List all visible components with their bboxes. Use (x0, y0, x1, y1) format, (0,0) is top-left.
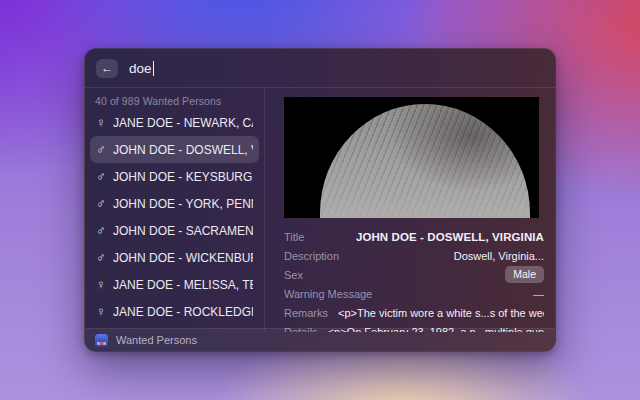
back-button[interactable]: ← (96, 59, 118, 78)
male-icon: ♂ (96, 169, 113, 184)
app-name-label: Wanted Persons (116, 334, 197, 346)
search-bar: ← doe (85, 49, 555, 88)
list-item-label: JOHN DOE - DOSWELL, VIRGINIA (113, 143, 253, 157)
list-item[interactable]: ♀ JANE DOE - MELISSA, TEXAS (90, 271, 259, 298)
male-icon: ♂ (96, 250, 113, 265)
field-label: Warning Message (284, 288, 372, 300)
list-item[interactable]: ♂ JOHN DOE - YORK, PENNSYLV... (90, 190, 259, 217)
field-value-description: Doswell, Virginia... (349, 250, 544, 262)
back-arrow-icon: ← (101, 62, 113, 74)
field-label: Remarks (284, 307, 328, 319)
female-icon: ♀ (96, 304, 113, 319)
list-item-label: JANE DOE - MELISSA, TEXAS (113, 278, 253, 292)
detail-panel: Title JOHN DOE - DOSWELL, VIRGINIA Descr… (265, 88, 555, 332)
list-item-selected[interactable]: ♂ JOHN DOE - DOSWELL, VIRGINIA (90, 136, 259, 163)
list-item-label: JOHN DOE - SACRAMENTO, CA... (113, 224, 253, 238)
male-icon: ♂ (96, 196, 113, 211)
main-area: 40 of 989 Wanted Persons ♀ JANE DOE - NE… (85, 88, 555, 332)
female-icon: ♀ (96, 277, 113, 292)
field-value-title: JOHN DOE - DOSWELL, VIRGINIA (314, 231, 544, 243)
list-item[interactable]: ♂ JOHN DOE - KEYSBURG, KENT... (90, 163, 259, 190)
field-value-remarks: <p>The victim wore a white s...s of the … (338, 307, 544, 319)
list-item[interactable]: ♀ JANE DOE - ROCKLEDGE, FLOR... (90, 298, 259, 325)
status-bar: Wanted Persons (85, 328, 555, 351)
search-input[interactable]: doe (129, 61, 154, 76)
badge-wrapper: Male (313, 266, 544, 283)
metadata-table: Title JOHN DOE - DOSWELL, VIRGINIA Descr… (284, 227, 544, 332)
list-item-label: JOHN DOE - WICKENBURG, ARI... (113, 251, 253, 265)
text-caret (153, 61, 155, 76)
metadata-row-title: Title JOHN DOE - DOSWELL, VIRGINIA (284, 227, 544, 246)
male-icon: ♂ (96, 223, 113, 238)
results-count-header: 40 of 989 Wanted Persons (90, 88, 259, 109)
metadata-row-warning-message: Warning Message — (284, 284, 544, 303)
launcher-window: ← doe 40 of 989 Wanted Persons ♀ JANE DO… (84, 48, 556, 352)
list-item-label: JOHN DOE - KEYSBURG, KENT... (113, 170, 253, 184)
sex-badge: Male (505, 266, 544, 283)
photo-head-shape (320, 104, 530, 218)
list-item[interactable]: ♂ JOHN DOE - WICKENBURG, ARI... (90, 244, 259, 271)
list-item[interactable]: ♂ JOHN DOE - SACRAMENTO, CA... (90, 217, 259, 244)
metadata-row-remarks: Remarks <p>The victim wore a white s...s… (284, 303, 544, 322)
list-item-label: JANE DOE - NEWARK, CALIFOR... (113, 116, 253, 130)
female-icon: ♀ (96, 115, 113, 130)
wanted-persons-app-icon (95, 334, 108, 347)
field-label: Title (284, 231, 304, 243)
results-list: 40 of 989 Wanted Persons ♀ JANE DOE - NE… (85, 88, 265, 332)
list-item-label: JANE DOE - ROCKLEDGE, FLOR... (113, 305, 253, 319)
field-value-warning: — (382, 288, 544, 300)
search-query-text: doe (129, 61, 152, 76)
list-item[interactable]: ♀ JANE DOE - NEWARK, CALIFOR... (90, 109, 259, 136)
metadata-row-description: Description Doswell, Virginia... (284, 246, 544, 265)
field-label: Description (284, 250, 339, 262)
male-icon: ♂ (96, 142, 113, 157)
field-label: Sex (284, 269, 303, 281)
metadata-row-sex: Sex Male (284, 265, 544, 284)
wanted-person-photo (284, 97, 539, 218)
list-item-label: JOHN DOE - YORK, PENNSYLV... (113, 197, 253, 211)
